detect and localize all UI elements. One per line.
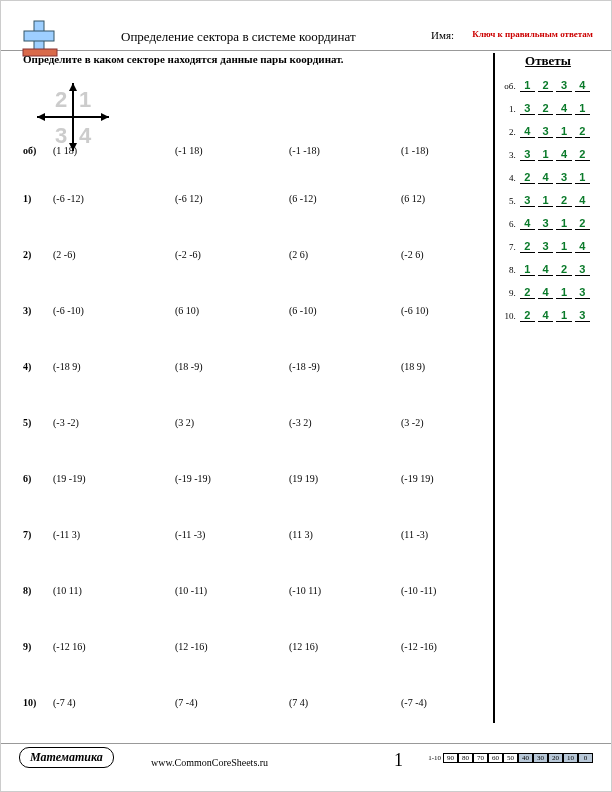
coord-pair: (7 4) xyxy=(289,697,308,708)
problem-row: 5) (-3 -2) (3 2) (-3 2) (3 -2) xyxy=(23,389,483,445)
coord-pair: (3 -2) xyxy=(401,417,424,428)
row-label: 4) xyxy=(23,361,31,372)
scale-cell: 0 xyxy=(578,753,593,763)
coord-pair: (1 -18) xyxy=(401,145,429,156)
answer-row: 10.2413 xyxy=(503,309,593,322)
row-label: 9) xyxy=(23,641,31,652)
answer-row: 9.2413 xyxy=(503,286,593,299)
answer-value: 4 xyxy=(520,125,535,138)
answer-value: 4 xyxy=(538,309,553,322)
problem-row: 9) (-12 16) (12 -16) (12 16) (-12 -16) xyxy=(23,613,483,669)
answer-value: 1 xyxy=(575,171,590,184)
coord-pair: (-18 9) xyxy=(53,361,81,372)
coord-pair: (6 12) xyxy=(401,193,425,204)
instruction-text: Определите в каком секторе находятся дан… xyxy=(23,53,344,65)
coord-pair: (18 -9) xyxy=(175,361,203,372)
coord-pair: (-7 4) xyxy=(53,697,76,708)
problem-row-example: об) (1 18) (-1 18) (-1 -18) (1 -18) xyxy=(23,73,483,165)
answer-value: 2 xyxy=(520,309,535,322)
coord-pair: (-2 6) xyxy=(401,249,424,260)
coord-pair: (2 6) xyxy=(289,249,308,260)
answer-value: 3 xyxy=(538,217,553,230)
row-label: 6) xyxy=(23,473,31,484)
header: Определение сектора в системе координат … xyxy=(1,29,611,51)
coord-pair: (6 -12) xyxy=(289,193,317,204)
page-number: 1 xyxy=(394,750,403,771)
coord-pair: (-6 10) xyxy=(401,305,429,316)
answer-key-label: Ключ к правильным ответам xyxy=(472,29,593,39)
coord-pair: (6 -10) xyxy=(289,305,317,316)
answer-value: 4 xyxy=(556,148,571,161)
answer-value: 4 xyxy=(575,194,590,207)
answer-num: 4. xyxy=(503,173,516,183)
coord-pair: (19 -19) xyxy=(53,473,86,484)
answer-value: 3 xyxy=(575,309,590,322)
coord-pair: (-11 -3) xyxy=(175,529,205,540)
problem-row: 7) (-11 3) (-11 -3) (11 3) (11 -3) xyxy=(23,501,483,557)
coord-pair: (-10 -11) xyxy=(401,585,436,596)
answer-row: 6.4312 xyxy=(503,217,593,230)
answer-value: 3 xyxy=(538,125,553,138)
scale-cell: 80 xyxy=(458,753,473,763)
row-label: 8) xyxy=(23,585,31,596)
coord-pair: (19 19) xyxy=(289,473,318,484)
coord-pair: (12 -16) xyxy=(175,641,208,652)
answer-value: 2 xyxy=(520,171,535,184)
coord-pair: (11 -3) xyxy=(401,529,428,540)
coord-pair: (-3 -2) xyxy=(53,417,79,428)
coord-pair: (-7 -4) xyxy=(401,697,427,708)
scale-cell: 50 xyxy=(503,753,518,763)
answer-value: 4 xyxy=(520,217,535,230)
problem-row: 10) (-7 4) (7 -4) (7 4) (-7 -4) xyxy=(23,669,483,725)
answer-value: 1 xyxy=(556,217,571,230)
subject-badge: Математика xyxy=(19,747,114,768)
answer-num: 7. xyxy=(503,242,516,252)
answer-num: 8. xyxy=(503,265,516,275)
scale-cell: 60 xyxy=(488,753,503,763)
answer-value: 3 xyxy=(575,263,590,276)
coord-pair: (-6 12) xyxy=(175,193,203,204)
grading-scale: 1-10 9080706050403020100 xyxy=(428,753,593,763)
answer-num: об. xyxy=(503,81,516,91)
coord-pair: (-12 -16) xyxy=(401,641,437,652)
answer-row: 7.2314 xyxy=(503,240,593,253)
answer-value: 1 xyxy=(520,79,535,92)
coord-pair: (-19 -19) xyxy=(175,473,211,484)
answer-row: 3.3142 xyxy=(503,148,593,161)
coord-pair: (7 -4) xyxy=(175,697,198,708)
scale-cell: 40 xyxy=(518,753,533,763)
answer-value: 2 xyxy=(556,194,571,207)
problem-row: 6) (19 -19) (-19 -19) (19 19) (-19 19) xyxy=(23,445,483,501)
coord-pair: (-11 3) xyxy=(53,529,80,540)
answer-value: 4 xyxy=(556,102,571,115)
answer-num: 6. xyxy=(503,219,516,229)
coord-pair: (-10 11) xyxy=(289,585,321,596)
scale-cell: 30 xyxy=(533,753,548,763)
scale-cell: 10 xyxy=(563,753,578,763)
answer-value: 3 xyxy=(520,102,535,115)
problems-area: об) (1 18) (-1 18) (-1 -18) (1 -18) 1) (… xyxy=(23,73,483,725)
coord-pair: (-19 19) xyxy=(401,473,434,484)
coord-pair: (-18 -9) xyxy=(289,361,320,372)
answer-row: 8.1423 xyxy=(503,263,593,276)
answer-value: 2 xyxy=(575,125,590,138)
coord-pair: (3 2) xyxy=(175,417,194,428)
answer-num: 5. xyxy=(503,196,516,206)
answer-value: 1 xyxy=(556,286,571,299)
answer-value: 1 xyxy=(556,309,571,322)
answers-sidebar: Ответы об.12341.32412.43123.31424.24315.… xyxy=(493,53,593,723)
answer-value: 1 xyxy=(556,125,571,138)
row-label: об) xyxy=(23,145,36,156)
coord-pair: (1 18) xyxy=(53,145,77,156)
answer-value: 3 xyxy=(520,148,535,161)
coord-pair: (10 -11) xyxy=(175,585,207,596)
footer: Математика www.CommonCoreSheets.ru 1 1-1… xyxy=(1,743,611,773)
coord-pair: (12 16) xyxy=(289,641,318,652)
answer-value: 3 xyxy=(556,79,571,92)
answer-num: 2. xyxy=(503,127,516,137)
problem-row: 3) (-6 -10) (6 10) (6 -10) (-6 10) xyxy=(23,277,483,333)
answer-value: 3 xyxy=(575,286,590,299)
answer-value: 4 xyxy=(538,171,553,184)
scale-cell: 20 xyxy=(548,753,563,763)
svg-rect-1 xyxy=(24,31,54,41)
